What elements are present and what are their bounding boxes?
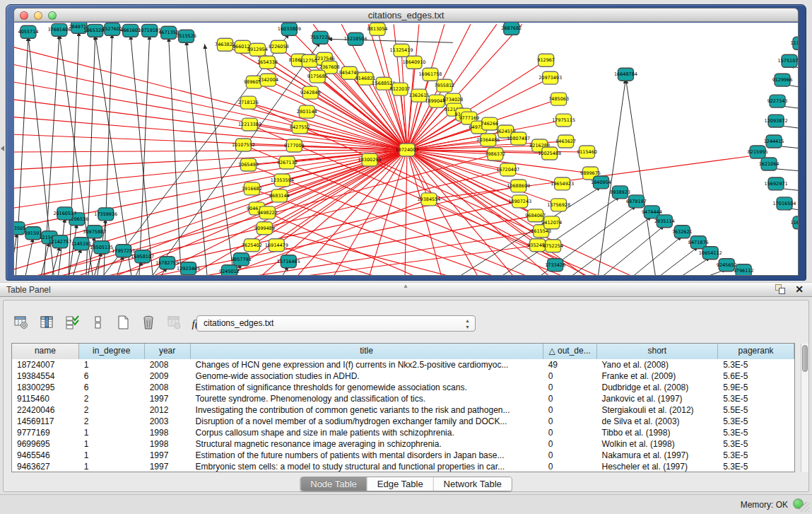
network-canvas[interactable]: 4055714376914062849714106532871527602466… [14, 23, 799, 276]
network-node[interactable]: 2935114 [654, 215, 675, 228]
network-node[interactable]: 8683144 [269, 189, 290, 202]
network-node[interactable]: 1065493 [238, 158, 259, 171]
network-node[interactable]: 9175685 [307, 70, 328, 83]
node-label: 18640910 [403, 59, 426, 65]
table-row[interactable]: 911546021997Tourette syndrome. Phenomeno… [12, 393, 794, 404]
network-node[interactable]: 9115460 [577, 146, 597, 158]
network-node[interactable]: 2687682 [501, 23, 522, 35]
network-node[interactable]: 1654338 [257, 56, 278, 69]
table-cell: 5.6E-5 [718, 370, 794, 382]
network-node[interactable]: 1916682 [242, 182, 262, 195]
network-node[interactable]: 9796112 [734, 264, 754, 276]
close-panel-icon[interactable]: ✕ [795, 284, 804, 294]
network-node[interactable]: 7557224 [310, 31, 331, 44]
table-row[interactable]: 1830029562008Estimation of significance … [12, 382, 794, 393]
node-label: 10719185 [138, 28, 161, 33]
network-node[interactable]: 2342004 [258, 74, 278, 86]
network-node[interactable]: 9752254 [543, 240, 563, 252]
table-row[interactable]: 977716911998Corpus callosum shape and si… [12, 427, 794, 438]
network-node[interactable]: 7625402 [242, 239, 262, 252]
network-node[interactable]: 1145191 [71, 238, 91, 250]
table-scrollbar[interactable] [801, 344, 808, 472]
network-node[interactable]: 9242848 [300, 86, 321, 99]
network-node[interactable]: 8122037 [390, 83, 411, 95]
node-label: 9463627 [555, 139, 576, 144]
tab-edge-table[interactable]: Edge Table [367, 477, 434, 491]
network-node[interactable]: 9245012 [219, 265, 240, 276]
select-rows-button[interactable] [63, 315, 81, 333]
splitter-grip[interactable]: ▲ [403, 283, 408, 289]
network-node[interactable]: 2718126 [238, 96, 259, 109]
network-node[interactable]: 9412074 [541, 216, 562, 229]
network-node[interactable]: 8427552 [290, 121, 310, 134]
table-cell: 2003 [145, 416, 191, 427]
table-scrollbar-thumb[interactable] [802, 345, 808, 372]
resize-grip-icon[interactable] [799, 502, 809, 512]
network-node[interactable]: 4055714 [18, 25, 39, 38]
table-row[interactable]: 1872400712008Changes of HCN gene express… [12, 359, 794, 370]
table-selector-dropdown[interactable]: citations_edges.txt ▲▼ [196, 315, 476, 332]
network-node[interactable]: 2803144 [297, 105, 317, 118]
node-label: 7955812 [434, 83, 454, 88]
panel-collapse-arrow-icon[interactable] [1, 146, 4, 151]
column-header-short[interactable]: short [597, 344, 719, 359]
network-node[interactable]: 9177004 [284, 139, 305, 152]
network-node[interactable]: 9463627 [555, 135, 576, 148]
show-column-button[interactable] [37, 315, 56, 333]
column-header-pagerank[interactable]: pagerank [718, 344, 794, 359]
network-node[interactable]: 1840954 [591, 176, 611, 189]
new-table-button[interactable] [114, 315, 132, 333]
tab-network-table[interactable]: Network Table [434, 477, 512, 491]
node-label: 12213383 [238, 122, 261, 127]
table-row[interactable]: 946362711997Embryonic stem cells: a mode… [12, 461, 794, 472]
table-cell: 5.3E-5 [718, 416, 794, 427]
table-cell: 5.3E-5 [718, 438, 794, 450]
network-node[interactable]: 912967 [537, 54, 555, 66]
network-node[interactable]: 8938923 [610, 186, 630, 199]
network-node[interactable]: 6879197 [626, 195, 647, 208]
network-node[interactable]: 8912954 [247, 43, 268, 56]
network-node[interactable]: 9498222 [257, 206, 278, 219]
network-node[interactable]: 8215955 [748, 146, 768, 158]
network-node[interactable]: 8813054 [367, 23, 388, 35]
network-node[interactable]: 1244415 [764, 135, 784, 148]
float-panel-icon[interactable] [775, 284, 785, 294]
network-node[interactable]: 7632621 [672, 226, 693, 238]
window-titlebar[interactable]: citations_edges.txt [14, 8, 798, 22]
network-node[interactable]: 9099489 [254, 222, 275, 235]
node-label: 1362615 [409, 93, 430, 98]
network-node[interactable]: 1621064 [759, 158, 779, 170]
network-node[interactable]: 9227343 [767, 95, 788, 107]
table-row[interactable]: 2242004622012Investigating the contribut… [12, 404, 794, 416]
network-node[interactable]: 9129966 [772, 74, 793, 86]
column-header-title[interactable]: title [191, 344, 543, 359]
table-row[interactable]: 946554611997Estimation of the future num… [12, 450, 794, 461]
table-cell: Franke et al. (2009) [597, 370, 719, 382]
table-mode-button[interactable] [12, 315, 30, 333]
network-node[interactable]: 7955812 [434, 79, 454, 92]
network-node[interactable]: 1527602 [102, 23, 122, 35]
network-node[interactable]: 1733426 [545, 259, 565, 271]
table-row[interactable]: 969969511998Structural magnetic resonanc… [12, 438, 794, 450]
node-label: 1840954 [591, 180, 611, 185]
delete-table-button[interactable] [139, 315, 158, 333]
table-row[interactable]: 1938455462009Genome-wide association stu… [12, 370, 794, 382]
table-cell: 2009 [145, 370, 191, 382]
network-node[interactable]: 8226058 [269, 40, 289, 53]
network-node[interactable]: 7986372 [485, 148, 505, 160]
merge-cells-button[interactable] [88, 315, 107, 333]
column-header-name[interactable]: name [12, 344, 79, 359]
network-node[interactable]: 9267130 [277, 156, 298, 169]
network-node[interactable]: 9857791 [231, 253, 252, 266]
column-header-year[interactable]: year [145, 344, 191, 359]
table-cell: 5.5E-5 [718, 404, 794, 416]
table-cell: 19384554 [12, 370, 79, 382]
node-label: 1621064 [759, 161, 779, 167]
column-header-in_degree[interactable]: in_degree [79, 344, 145, 359]
table-row[interactable]: 1456911722003Disruption of a novel membe… [12, 416, 794, 427]
column-header-out_de[interactable]: △ out_de... [543, 344, 597, 359]
network-node[interactable]: 7485063 [548, 93, 569, 105]
network-node[interactable]: 7515526 [176, 30, 196, 42]
tab-node-table[interactable]: Node Table [300, 477, 367, 491]
table-cell: 1 [79, 461, 145, 472]
